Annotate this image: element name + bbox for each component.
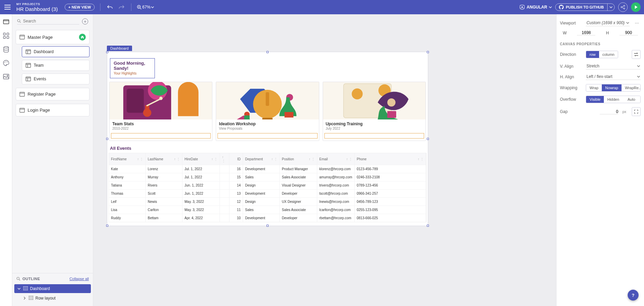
highlight-card[interactable]: Ideation Workshop View Proposals xyxy=(216,82,319,141)
svg-point-11 xyxy=(5,61,6,62)
breadcrumb[interactable]: MY PROJECTS xyxy=(16,2,58,6)
outline-node-dashboard[interactable]: Dashboard xyxy=(14,284,91,293)
sort-icon[interactable]: ↑ ⋮ xyxy=(309,157,315,161)
theme-icon[interactable] xyxy=(2,59,10,67)
overflow-hidden-button[interactable]: Hidden xyxy=(604,96,623,103)
sort-icon[interactable]: ↑ ⋮ xyxy=(222,155,227,163)
canvas-frame[interactable]: Good Morning, Sandy! Your Highlights xyxy=(107,52,428,226)
table-header-cell[interactable]: Position↑ ⋮ xyxy=(280,153,317,165)
wrap-nowrap-button[interactable]: Nowrap xyxy=(602,84,622,91)
sort-icon[interactable]: ↑ ⋮ xyxy=(418,157,424,161)
valign-select[interactable]: Stretch xyxy=(586,63,641,69)
undo-icon[interactable] xyxy=(106,3,114,11)
table-row[interactable]: LeifNewisMay. 3, 202212DesignUX Designer… xyxy=(109,197,426,206)
events-table[interactable]: FirstName↑ ⋮ LastName↑ ⋮ HireDate↑ ⋮ ↑ ⋮… xyxy=(109,153,426,222)
assets-icon[interactable] xyxy=(2,73,10,80)
sort-icon[interactable]: ↑ ⋮ xyxy=(174,157,180,161)
search-input[interactable] xyxy=(23,19,79,23)
sort-icon[interactable]: ↑ ⋮ xyxy=(137,157,143,161)
page-master[interactable]: Master Page xyxy=(16,30,90,44)
table-cell: 0966-341-257 xyxy=(355,190,426,197)
page-icon xyxy=(19,35,25,39)
overflow-auto-button[interactable]: Auto xyxy=(623,96,640,103)
width-input[interactable] xyxy=(577,30,595,35)
table-row[interactable]: AnthonyMurrayJul. 1, 202215SalesSales As… xyxy=(109,173,426,181)
publish-button[interactable]: PUBLISH TO GITHUB xyxy=(556,4,607,11)
new-view-button[interactable]: + NEW VIEW xyxy=(65,4,95,11)
swap-axes-button[interactable] xyxy=(632,50,641,59)
gap-link-button[interactable] xyxy=(632,107,641,116)
page-dashboard[interactable]: Dashboard xyxy=(22,46,90,57)
wrap-reverse-button[interactable]: WrapRe... xyxy=(622,84,641,91)
table-header-cell[interactable]: ID xyxy=(229,153,243,165)
table-header-cell[interactable]: Phone↑ ⋮ xyxy=(355,153,426,165)
table-header-cell[interactable]: ↑ ⋮ xyxy=(220,153,229,165)
data-icon[interactable] xyxy=(2,46,10,53)
page-register[interactable]: Register Page xyxy=(16,88,90,100)
selection-handle[interactable] xyxy=(427,51,429,53)
overflow-visible-button[interactable]: Visible xyxy=(586,96,604,103)
canvas-props-heading: CANVAS PROPERTIES xyxy=(560,42,641,46)
selection-handle[interactable] xyxy=(106,51,108,53)
direction-column-button[interactable]: column xyxy=(599,51,618,58)
components-icon[interactable] xyxy=(2,32,10,39)
canvas-view-tab[interactable]: Dashboard xyxy=(107,46,132,51)
card-action-bar[interactable] xyxy=(218,133,317,139)
height-input[interactable] xyxy=(619,30,638,35)
table-cell: Newis xyxy=(146,198,182,206)
table-cell: Scott xyxy=(146,190,182,197)
menu-icon[interactable] xyxy=(3,3,12,11)
halign-select[interactable]: Left / flex-start xyxy=(586,74,641,80)
help-fab[interactable]: ? xyxy=(628,290,639,301)
card-action-bar[interactable] xyxy=(324,133,424,139)
card-action-bar[interactable] xyxy=(111,133,211,139)
selection-handle[interactable] xyxy=(106,225,108,227)
table-header-cell[interactable]: Email↑ ⋮ xyxy=(317,153,355,165)
table-row[interactable]: LisaCarltonMay. 3, 202211SalesSales Asso… xyxy=(109,206,426,214)
sort-icon[interactable]: ↑ ⋮ xyxy=(211,157,218,161)
selection-handle[interactable] xyxy=(106,138,108,140)
share-button[interactable] xyxy=(618,2,628,12)
sort-icon[interactable]: ↑ ⋮ xyxy=(271,157,277,161)
sort-icon[interactable]: ↑ ⋮ xyxy=(346,157,352,161)
direction-row-button[interactable]: row xyxy=(586,51,599,58)
layout-icon xyxy=(23,286,28,291)
table-header-cell[interactable]: Department↑ ⋮ xyxy=(243,153,280,165)
table-header-cell[interactable]: FirstName↑ ⋮ xyxy=(109,153,146,165)
redo-icon[interactable] xyxy=(117,3,126,11)
selection-handle[interactable] xyxy=(267,51,269,53)
add-page-button[interactable]: + xyxy=(82,18,88,25)
table-cell: Bettam xyxy=(146,214,182,222)
table-cell: Kate xyxy=(109,165,146,173)
highlight-card[interactable]: Team Stats 2010-2022 xyxy=(109,82,212,141)
page-events[interactable]: Events xyxy=(22,74,90,84)
table-row[interactable]: ThomasScottJun. 1, 202213DevelopmentDeve… xyxy=(109,189,426,197)
selection-handle[interactable] xyxy=(267,225,269,227)
wrap-wrap-button[interactable]: Wrap xyxy=(586,84,602,91)
highlight-card[interactable]: Upcoming Training July 2022 xyxy=(323,82,426,141)
table-row[interactable]: TatianaRiversJun. 1, 202214DesignVisual … xyxy=(109,181,426,189)
zoom-control[interactable]: 67% xyxy=(137,5,154,10)
table-row[interactable]: RuddyBettamApr. 4, 202210DevelopmentDeve… xyxy=(109,214,426,222)
page-login[interactable]: Login Page xyxy=(16,104,90,116)
greeting-box[interactable]: Good Morning, Sandy! Your Highlights xyxy=(110,58,155,78)
table-header-cell[interactable]: HireDate↑ ⋮ xyxy=(182,153,220,165)
table-row[interactable]: KateLorenzJul. 1, 202216DevelopmentProdu… xyxy=(109,165,426,173)
framework-selector[interactable]: ANGULAR xyxy=(520,5,552,10)
outline-node-row-layout[interactable]: Row layout xyxy=(14,294,91,303)
table-header-cell[interactable]: LastName↑ ⋮ xyxy=(146,153,182,165)
page-team[interactable]: Team xyxy=(22,60,90,71)
publish-split-button[interactable] xyxy=(607,4,614,11)
selection-handle[interactable] xyxy=(427,138,429,140)
collapse-all-link[interactable]: Collapse all xyxy=(69,277,89,281)
svg-point-40 xyxy=(352,88,363,99)
preview-button[interactable] xyxy=(631,2,641,12)
more-options-icon[interactable]: ⋯ xyxy=(633,21,641,26)
views-icon[interactable] xyxy=(2,18,10,26)
canvas-area[interactable]: Dashboard Good Morning, Sandy! Your High… xyxy=(93,14,556,306)
viewport-select[interactable]: Custom (1698 x 900) xyxy=(586,20,630,26)
card-subtitle: 2010-2022 xyxy=(112,127,209,130)
gap-input[interactable] xyxy=(600,109,618,114)
selection-handle[interactable] xyxy=(427,225,429,227)
divider xyxy=(131,3,131,11)
